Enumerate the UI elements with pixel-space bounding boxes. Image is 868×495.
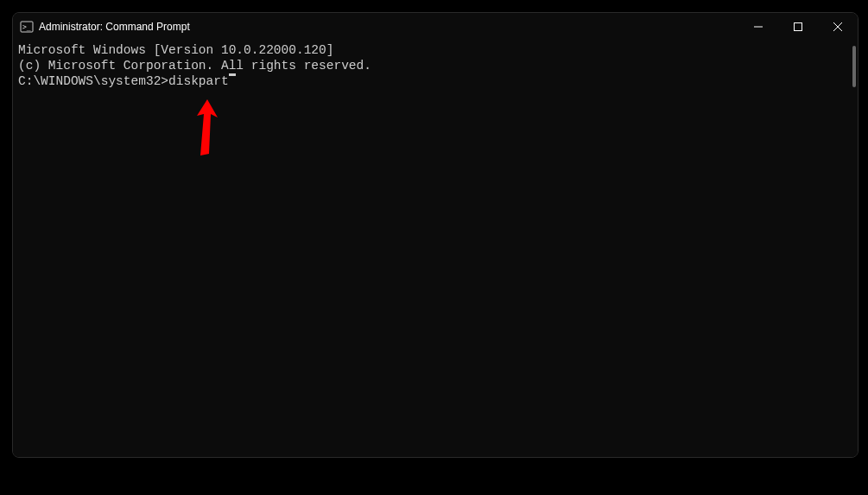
scrollbar-thumb[interactable] [852,46,856,87]
close-icon [833,22,842,31]
maximize-button[interactable] [778,13,818,41]
version-line: Microsoft Windows [Version 10.0.22000.12… [18,42,852,58]
cmd-icon: >_ [20,20,34,34]
text-cursor [229,73,236,76]
minimize-button[interactable] [738,13,778,41]
copyright-line: (c) Microsoft Corporation. All rights re… [18,58,852,73]
svg-text:>_: >_ [22,23,31,31]
titlebar[interactable]: >_ Administrator: Command Prompt [13,13,858,41]
command-prompt-window: >_ Administrator: Command Prompt [12,12,858,458]
terminal-output[interactable]: Microsoft Windows [Version 10.0.22000.12… [13,41,858,457]
prompt-line: C:\WINDOWS\system32>diskpart [18,73,852,89]
maximize-icon [794,22,802,31]
window-title: Administrator: Command Prompt [39,21,738,33]
close-button[interactable] [818,13,858,41]
typed-command: diskpart [168,73,229,89]
window-controls [738,13,858,41]
prompt-path: C:\WINDOWS\system32> [18,73,168,89]
svg-rect-3 [795,23,802,31]
minimize-icon [754,22,763,31]
